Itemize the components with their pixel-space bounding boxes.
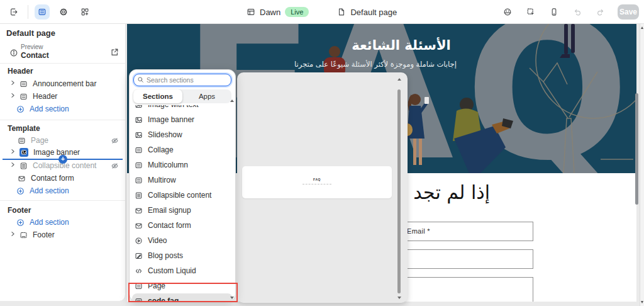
eye-off-icon[interactable] <box>111 162 119 170</box>
info-icon <box>9 48 18 57</box>
popup-item-custom-liquid[interactable]: Custom Liquid <box>130 263 235 278</box>
popup-item-image-banner[interactable]: Image banner <box>130 112 235 127</box>
exit-editor-button[interactable] <box>6 4 21 20</box>
globe-face-icon <box>503 8 512 16</box>
section-preview-label: FAQ <box>242 178 392 181</box>
sidebar-item-label: Header <box>33 92 57 101</box>
popup-scroll-up-arrow[interactable] <box>230 99 234 102</box>
eye-off-icon[interactable] <box>111 137 119 145</box>
sidebar-item-page[interactable]: Page <box>0 134 125 147</box>
annotation-highlight-box <box>128 283 238 302</box>
popup-item-label: Collapsible content <box>148 191 211 200</box>
popup-item-label: Custom Liquid <box>148 266 196 275</box>
external-link-icon[interactable] <box>110 48 119 57</box>
theme-settings-button[interactable] <box>56 4 71 20</box>
section-preview-placeholder-line <box>303 184 331 184</box>
sidebar-item-header[interactable]: Header <box>0 90 125 103</box>
popup-item-email-signup[interactable]: Email signup <box>130 203 235 218</box>
redo-icon <box>596 8 605 16</box>
mail-icon <box>18 174 26 183</box>
mail-icon <box>135 207 143 215</box>
panel-scroll-down-arrow[interactable] <box>397 297 401 299</box>
group-heading-template: Template <box>8 124 40 133</box>
scroll-down-arrow[interactable] <box>641 301 643 303</box>
sidebar-title: Default page <box>6 28 55 38</box>
sidebar-item-footer[interactable]: Footer <box>0 229 125 241</box>
popup-item-multicolumn[interactable]: Multicolumn <box>130 157 235 173</box>
inspector-button[interactable] <box>523 4 538 20</box>
redo-button[interactable] <box>593 4 608 20</box>
popup-item-blog-posts[interactable]: Blog posts <box>130 248 235 263</box>
panel-scrollbar-thumb[interactable] <box>397 89 401 293</box>
popup-item-label: Slideshow <box>148 130 182 139</box>
mobile-view-button[interactable] <box>547 4 562 20</box>
tab-apps[interactable]: Apps <box>182 89 231 103</box>
exit-icon <box>9 8 18 16</box>
search-sections-input[interactable] <box>133 74 231 86</box>
store-icon <box>247 8 255 16</box>
add-section-popup: Sections Apps Image with text Image bann… <box>129 69 236 302</box>
sections-icon <box>38 8 47 16</box>
chevron-right-icon[interactable] <box>9 147 17 158</box>
page-selector[interactable]: Default page <box>337 8 397 17</box>
comment-field[interactable] <box>402 277 533 302</box>
scroll-up-arrow[interactable] <box>641 26 643 29</box>
popup-item-label: Email signup <box>148 206 191 215</box>
page-selector-label: Default page <box>350 8 397 17</box>
popup-item-label: Contact form <box>148 221 191 230</box>
sidebar-divider <box>0 120 125 120</box>
preview-scrollbar-thumb[interactable] <box>635 93 638 205</box>
group-heading-footer: Footer <box>8 206 31 215</box>
chevron-right-icon[interactable] <box>9 160 17 171</box>
undo-button[interactable] <box>570 4 585 20</box>
add-section-button-footer[interactable]: Add section <box>0 216 125 229</box>
section-icon <box>135 146 143 154</box>
section-preview-card: FAQ <box>242 166 392 198</box>
popup-item-contact-form[interactable]: Contact form <box>130 218 235 233</box>
add-section-label: Add section <box>30 218 69 227</box>
slideshow-icon <box>135 131 143 139</box>
popup-item-collage[interactable]: Collage <box>130 142 235 157</box>
popup-item-video[interactable]: Video <box>130 233 235 248</box>
mail-icon <box>135 222 143 230</box>
insert-section-plus-button[interactable]: + <box>58 155 67 164</box>
chevron-right-icon[interactable] <box>9 78 17 89</box>
panel-scroll-up-arrow[interactable] <box>397 78 401 81</box>
sections-panel-button[interactable] <box>35 4 50 20</box>
save-button[interactable]: Save <box>618 4 639 20</box>
sections-list: Image with text Image banner Slideshow C… <box>130 105 235 302</box>
email-field[interactable]: Email * <box>402 222 533 241</box>
doc-icon <box>135 191 143 200</box>
popup-item-label: Image banner <box>148 115 194 124</box>
banner-subtitle: إجابات شاملة وموجزة لأكثر الأسئلة شيوعًا… <box>127 60 630 69</box>
sidebar-item-announcement-bar[interactable]: Announcement bar <box>0 77 125 90</box>
add-section-button-header[interactable]: Add section <box>0 103 125 115</box>
add-section-label: Add section <box>30 105 69 113</box>
popup-item-image-with-text[interactable]: Image with text <box>130 105 235 112</box>
banner-title: الأسئلة الشائعة <box>147 38 636 53</box>
phone-field[interactable] <box>402 249 533 269</box>
preview-page-name: Contact <box>21 51 49 60</box>
popup-item-collapsible-content[interactable]: Collapsible content <box>130 188 235 203</box>
chevron-right-icon[interactable] <box>9 229 17 241</box>
app-embeds-button[interactable] <box>77 4 92 20</box>
chevron-right-icon[interactable] <box>9 91 17 102</box>
email-field-label: Email * <box>403 222 533 235</box>
group-heading-header: Header <box>8 67 33 76</box>
popup-item-label: Multirow <box>148 176 176 184</box>
play-icon <box>135 237 143 245</box>
image-icon <box>135 116 143 124</box>
sidebar-item-label: Footer <box>33 230 55 239</box>
popup-item-multirow[interactable]: Multirow <box>130 173 235 188</box>
sidebar-item-contact-form[interactable]: Contact form <box>0 172 125 184</box>
add-section-label: Add section <box>30 186 69 195</box>
inspect-cursor-icon <box>526 8 535 16</box>
add-section-button-template[interactable]: Add section <box>0 184 125 197</box>
tab-sections[interactable]: Sections <box>133 89 182 103</box>
popup-tabs: Sections Apps <box>133 89 231 103</box>
theme-name: Dawn <box>260 8 280 17</box>
window-scrollbar[interactable] <box>640 24 644 306</box>
store-preview-button[interactable] <box>500 4 515 20</box>
section-icon <box>19 93 28 101</box>
popup-item-slideshow[interactable]: Slideshow <box>130 127 235 142</box>
